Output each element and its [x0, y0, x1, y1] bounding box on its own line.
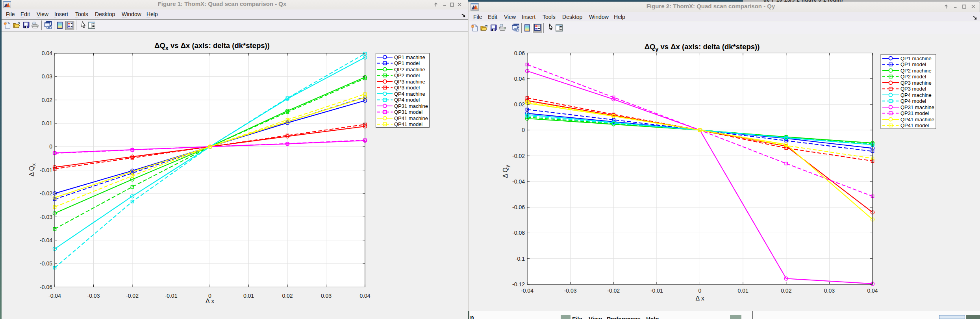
svg-text:0.06: 0.06 — [514, 50, 525, 56]
svg-text:QP41 model: QP41 model — [900, 122, 929, 128]
svg-text:0.01: 0.01 — [243, 293, 254, 299]
svg-text:0.04: 0.04 — [42, 50, 52, 56]
svg-text:QP4 machine: QP4 machine — [394, 91, 425, 97]
svg-text:QP41 machine: QP41 machine — [900, 117, 934, 122]
svg-text:0.02: 0.02 — [282, 293, 293, 299]
svg-text:-0.06: -0.06 — [512, 204, 525, 210]
svg-text:0: 0 — [49, 143, 52, 150]
svg-text:0.02: 0.02 — [781, 287, 791, 294]
svg-text:-0.12: -0.12 — [512, 281, 525, 287]
svg-text:-0.04: -0.04 — [521, 287, 534, 294]
svg-text:QP41 model: QP41 model — [394, 121, 422, 127]
svg-text:QP31 model: QP31 model — [394, 109, 422, 115]
svg-text:-0.01: -0.01 — [165, 293, 178, 299]
svg-text:0.03: 0.03 — [42, 73, 52, 80]
svg-text:QP2 machine: QP2 machine — [900, 68, 932, 74]
svg-text:QP1 machine: QP1 machine — [900, 56, 932, 61]
svg-text:-0.03: -0.03 — [564, 287, 577, 294]
svg-text:0.04: 0.04 — [359, 293, 370, 299]
svg-text:-0.1: -0.1 — [515, 256, 525, 262]
svg-text:QP3 model: QP3 model — [394, 85, 420, 91]
svg-text:-0.06: -0.06 — [40, 284, 52, 290]
svg-text:-0.04: -0.04 — [48, 293, 61, 299]
svg-text:-0.02: -0.02 — [40, 190, 52, 197]
svg-text:0.04: 0.04 — [867, 287, 878, 294]
svg-text:QP4 model: QP4 model — [394, 97, 420, 103]
svg-text:ΔQy vs Δx (axis: delta (dk*ste: ΔQy vs Δx (axis: delta (dk*steps)) — [645, 43, 760, 52]
svg-text:QP31 machine: QP31 machine — [394, 103, 428, 109]
svg-text:QP3 machine: QP3 machine — [900, 80, 932, 86]
svg-text:-0.03: -0.03 — [87, 293, 100, 299]
svg-text:QP3 machine: QP3 machine — [394, 79, 425, 85]
svg-text:-0.02: -0.02 — [512, 153, 525, 159]
svg-text:QP3 model: QP3 model — [900, 86, 926, 92]
svg-text:QP2 model: QP2 model — [900, 74, 926, 80]
svg-text:0: 0 — [522, 127, 525, 133]
svg-text:0.01: 0.01 — [42, 120, 52, 126]
svg-text:QP31 model: QP31 model — [900, 110, 929, 116]
svg-text:Δ x: Δ x — [206, 298, 214, 304]
svg-text:ΔQx vs Δx (axis: delta (dk*ste: ΔQx vs Δx (axis: delta (dk*steps)) — [154, 41, 270, 51]
svg-text:-0.02: -0.02 — [126, 293, 139, 299]
svg-text:-0.08: -0.08 — [512, 230, 525, 236]
svg-text:0.02: 0.02 — [514, 101, 525, 108]
svg-text:0.02: 0.02 — [42, 97, 52, 103]
svg-text:-0.03: -0.03 — [40, 214, 52, 220]
svg-text:-0.02: -0.02 — [607, 287, 620, 294]
svg-text:QP2 machine: QP2 machine — [394, 67, 425, 72]
svg-text:0.03: 0.03 — [824, 287, 835, 294]
svg-text:-0.01: -0.01 — [650, 287, 663, 294]
svg-text:0.01: 0.01 — [737, 287, 748, 294]
svg-text:QP4 machine: QP4 machine — [900, 92, 932, 98]
svg-text:QP1 model: QP1 model — [900, 61, 926, 67]
svg-text:QP1 machine: QP1 machine — [394, 54, 425, 60]
svg-text:QP2 model: QP2 model — [394, 72, 420, 78]
svg-text:Δ x: Δ x — [695, 295, 704, 302]
svg-text:0.04: 0.04 — [514, 76, 525, 82]
svg-text:QP31 machine: QP31 machine — [900, 104, 934, 110]
svg-text:QP1 model: QP1 model — [394, 60, 420, 66]
svg-text:-0.05: -0.05 — [40, 260, 52, 267]
svg-text:-0.04: -0.04 — [40, 237, 52, 243]
svg-text:-0.01: -0.01 — [40, 167, 52, 173]
svg-text:QP41 machine: QP41 machine — [394, 115, 428, 121]
svg-text:-0.04: -0.04 — [512, 178, 525, 185]
svg-text:Δ Qx: Δ Qx — [28, 163, 37, 176]
svg-text:0.03: 0.03 — [321, 293, 332, 299]
svg-text:Δ Qy: Δ Qy — [502, 165, 510, 178]
svg-text:QP4 model: QP4 model — [900, 98, 926, 104]
svg-text:0: 0 — [698, 287, 702, 294]
